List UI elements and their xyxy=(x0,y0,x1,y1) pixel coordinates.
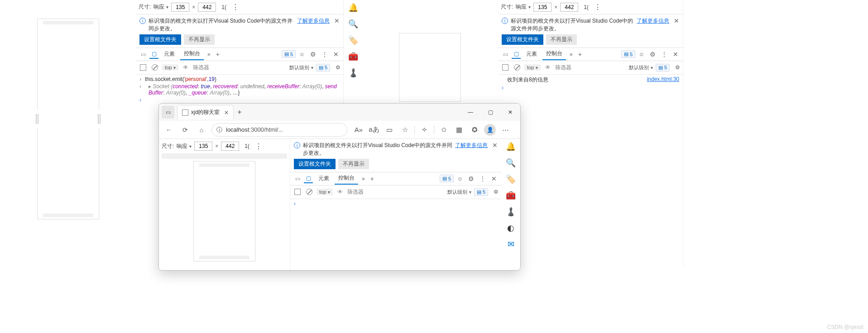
url-input[interactable]: ⓘ localhost:3000/html/... xyxy=(211,123,347,137)
console-settings-icon[interactable]: ⚙ xyxy=(336,64,340,71)
tab-actions-icon[interactable]: ▭ xyxy=(162,106,174,119)
console-result-line[interactable]: ‹ ▸ Socket {connected: true, recovered: … xyxy=(136,83,343,96)
minimize-button[interactable]: — xyxy=(460,104,480,121)
games-icon[interactable]: ♟️ xyxy=(348,68,358,78)
clear-console-icon[interactable] xyxy=(305,187,314,196)
width-input[interactable] xyxy=(194,142,212,151)
tab-console[interactable]: 控制台 xyxy=(180,48,204,60)
console-filter-input[interactable] xyxy=(555,64,626,71)
height-input[interactable] xyxy=(221,142,239,151)
feedback-icon[interactable]: ☺ xyxy=(456,174,465,183)
console-sidebar-badge[interactable]: ▤ 5 xyxy=(474,188,488,196)
more-tabs-icon[interactable]: » xyxy=(568,51,575,57)
log-source-link[interactable]: index.html:30 xyxy=(647,76,679,82)
refresh-icon[interactable]: ⟳ xyxy=(179,124,192,136)
console-log-line[interactable]: 收到来自8的信息 index.html:30 xyxy=(498,76,683,84)
live-expression-icon[interactable] xyxy=(336,187,345,196)
console-sidebar-badge[interactable]: ▤ 5 xyxy=(656,64,670,71)
responsive-mode-dropdown[interactable]: 响应 xyxy=(177,143,192,150)
resize-handle-left[interactable] xyxy=(34,110,40,128)
console-settings-icon[interactable]: ⚙ xyxy=(675,64,680,71)
add-tab-icon[interactable]: + xyxy=(576,51,584,58)
set-root-folder-button[interactable]: 设置根文件夹 xyxy=(139,34,181,45)
feedback-icon[interactable]: ☺ xyxy=(637,50,646,59)
height-input[interactable] xyxy=(198,3,216,12)
browser-tab[interactable]: xjd的聊天室 ✕ xyxy=(177,105,234,119)
performance-icon[interactable]: ✪ xyxy=(469,124,480,136)
window-titlebar[interactable]: ▭ xjd的聊天室 ✕ + — ▢ ✕ xyxy=(159,104,520,121)
height-input[interactable] xyxy=(560,3,578,12)
device-toolbar-more-icon[interactable]: ⋮ xyxy=(255,142,262,151)
settings-gear-icon[interactable]: ⚙ xyxy=(466,175,476,182)
add-tab-icon[interactable]: + xyxy=(369,175,376,182)
dont-show-button[interactable]: 不再显示 xyxy=(338,159,369,169)
notifications-icon[interactable]: 🔔 xyxy=(506,142,516,152)
search-icon[interactable]: 🔍 xyxy=(506,158,516,168)
extensions-icon[interactable]: ✧ xyxy=(418,124,430,136)
favorites-icon[interactable]: ✩ xyxy=(438,124,450,136)
settings-gear-icon[interactable]: ⚙ xyxy=(308,51,318,58)
notice-close-icon[interactable]: ✕ xyxy=(334,17,340,24)
toolbox-icon[interactable]: 🧰 xyxy=(348,52,358,62)
console-prompt[interactable]: › xyxy=(136,96,343,104)
device-toggle-icon[interactable]: ▢ xyxy=(512,50,521,59)
maximize-button[interactable]: ▢ xyxy=(480,104,500,121)
issues-badge[interactable]: ▤ 5 xyxy=(440,175,454,182)
devtools-close-icon[interactable]: ✕ xyxy=(489,175,499,182)
device-toolbar-more-icon[interactable]: ⋮ xyxy=(594,3,601,11)
execution-context-dropdown[interactable]: top xyxy=(162,64,178,71)
app-menu-icon[interactable]: ⋯ xyxy=(499,124,511,136)
more-tabs-icon[interactable]: » xyxy=(206,51,212,57)
console-filter-input[interactable] xyxy=(193,64,287,71)
issues-badge[interactable]: ▤ 5 xyxy=(621,50,635,58)
device-toggle-icon[interactable]: ▢ xyxy=(149,50,158,59)
inspect-element-icon[interactable]: ▭ xyxy=(139,50,148,59)
read-aloud-icon[interactable]: A» xyxy=(353,124,364,136)
notifications-icon[interactable]: 🔔 xyxy=(348,3,358,13)
device-toggle-icon[interactable]: ▢ xyxy=(304,174,313,183)
search-icon[interactable]: 🔍 xyxy=(348,19,358,29)
tab-console[interactable]: 控制台 xyxy=(335,172,358,185)
learn-more-link[interactable]: 了解更多信息 xyxy=(297,17,330,25)
new-tab-icon[interactable]: + xyxy=(237,108,241,116)
tab-elements[interactable]: 元素 xyxy=(160,48,178,60)
shopping-tag-icon[interactable]: 🏷️ xyxy=(506,174,516,184)
devtools-more-icon[interactable]: ⋮ xyxy=(320,51,330,58)
site-info-icon[interactable]: ⓘ xyxy=(216,126,222,134)
games-icon[interactable]: ♟️ xyxy=(506,207,516,217)
log-level-dropdown[interactable]: 默认级别 xyxy=(289,64,313,71)
dont-show-button[interactable]: 不再显示 xyxy=(184,34,215,45)
console-sidebar-toggle-icon[interactable] xyxy=(501,63,510,72)
clear-console-icon[interactable] xyxy=(150,63,159,72)
tab-elements[interactable]: 元素 xyxy=(523,48,541,60)
inspect-element-icon[interactable]: ▭ xyxy=(501,50,510,59)
console-prompt[interactable]: › xyxy=(290,200,501,207)
live-expression-icon[interactable] xyxy=(181,63,190,72)
outlook-icon[interactable]: ✉ xyxy=(508,239,514,249)
more-tabs-icon[interactable]: » xyxy=(360,176,367,182)
settings-gear-icon[interactable]: ⚙ xyxy=(648,51,657,58)
tab-console[interactable]: 控制台 xyxy=(542,48,566,60)
clear-console-icon[interactable] xyxy=(513,63,522,72)
back-icon[interactable]: ← xyxy=(163,124,175,136)
console-input-line[interactable]: › this.socket.emit('personal',19) xyxy=(136,76,343,83)
console-settings-icon[interactable]: ⚙ xyxy=(494,189,499,195)
translate-icon[interactable]: aあ xyxy=(368,124,380,136)
console-prompt[interactable]: › xyxy=(498,84,683,91)
devtools-close-icon[interactable]: ✕ xyxy=(671,51,680,58)
notice-close-icon[interactable]: ✕ xyxy=(674,17,679,24)
toolbox-icon[interactable]: 🧰 xyxy=(506,190,516,200)
shopping-tag-icon[interactable]: 🏷️ xyxy=(348,35,358,45)
console-filter-input[interactable] xyxy=(347,189,445,195)
console-sidebar-badge[interactable]: ▤ 5 xyxy=(316,64,330,71)
device-toolbar-more-icon[interactable]: ⋮ xyxy=(232,3,239,11)
profile-avatar[interactable]: 👤 xyxy=(484,124,496,136)
reader-icon[interactable]: ▭ xyxy=(384,124,395,136)
log-level-dropdown[interactable]: 默认级别 xyxy=(447,189,471,195)
width-input[interactable] xyxy=(171,3,189,12)
tab-close-icon[interactable]: ✕ xyxy=(224,109,229,116)
home-icon[interactable]: ⌂ xyxy=(195,124,208,136)
console-sidebar-toggle-icon[interactable] xyxy=(293,187,302,196)
inspect-element-icon[interactable]: ▭ xyxy=(293,174,302,183)
learn-more-link[interactable]: 了解更多信息 xyxy=(455,142,488,149)
